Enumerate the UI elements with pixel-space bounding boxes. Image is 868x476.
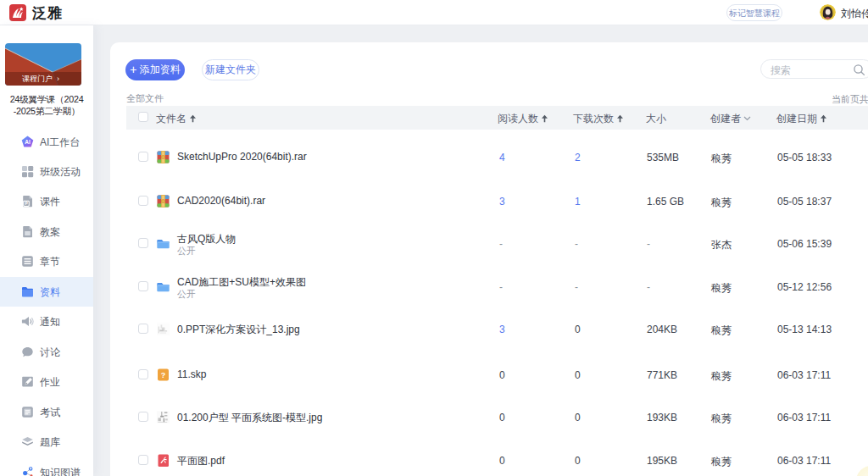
svg-text:?: ? — [161, 371, 166, 379]
svg-text:›: › — [57, 75, 59, 83]
svg-text:AI: AI — [25, 139, 31, 145]
svg-text:课程门户: 课程门户 — [22, 75, 53, 83]
